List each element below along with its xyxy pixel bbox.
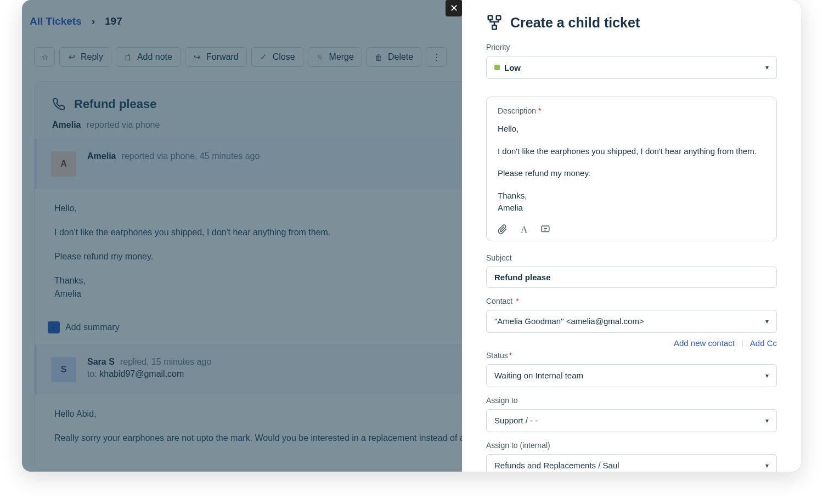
chevron-down-icon: ▾ — [765, 462, 769, 469]
assign-to-label: Assign to — [486, 396, 777, 405]
add-new-contact-link[interactable]: Add new contact — [674, 338, 735, 348]
status-select[interactable]: Waiting on Internal team ▾ — [486, 364, 777, 387]
attach-icon[interactable] — [498, 224, 508, 235]
close-icon: ✕ — [450, 2, 458, 14]
subject-label: Subject — [486, 253, 777, 262]
add-cc-link[interactable]: Add Cc — [750, 338, 777, 348]
description-line: Please refund my money. — [498, 167, 765, 180]
description-line: Hello, — [498, 123, 765, 135]
panel-title-text: Create a child ticket — [510, 15, 640, 31]
chevron-down-icon: ▾ — [765, 318, 769, 325]
contact-select[interactable]: "Amelia Goodman" <amelia@gmal.com> ▾ — [486, 310, 777, 333]
chevron-down-icon: ▾ — [765, 372, 769, 380]
assign-internal-label: Assign to (internal) — [486, 441, 777, 450]
assign-to-value: Support / - - — [494, 416, 538, 425]
description-label: Description — [498, 106, 536, 115]
subject-input[interactable] — [486, 267, 777, 288]
canned-response-icon[interactable] — [540, 224, 550, 235]
child-ticket-icon — [486, 14, 503, 31]
priority-select[interactable]: Low ▾ — [486, 56, 777, 79]
priority-dot-icon — [494, 65, 500, 70]
svg-rect-1 — [497, 16, 501, 20]
description-line: Thanks, — [498, 190, 765, 202]
assign-to-select[interactable]: Support / - - ▾ — [486, 409, 777, 432]
priority-value: Low — [504, 63, 521, 72]
svg-rect-2 — [492, 25, 497, 30]
child-ticket-panel: Create a child ticket Priority Low ▾ Des… — [462, 0, 801, 472]
assign-internal-select[interactable]: Refunds and Replacements / Saul ▾ — [486, 454, 777, 472]
chevron-down-icon: ▾ — [765, 64, 769, 71]
priority-label: Priority — [486, 43, 777, 52]
description-line: Amelia — [498, 202, 765, 214]
description-line: I don't like the earphones you shipped, … — [498, 145, 765, 158]
contact-value: "Amelia Goodman" <amelia@gmal.com> — [494, 316, 644, 326]
description-editor[interactable]: Description * Hello, I don't like the ea… — [486, 97, 777, 241]
chevron-down-icon: ▾ — [765, 417, 769, 424]
status-label: Status — [486, 351, 508, 360]
contact-label: Contact — [486, 297, 512, 305]
text-format-icon[interactable]: A — [521, 224, 527, 235]
svg-rect-0 — [488, 16, 493, 20]
assign-internal-value: Refunds and Replacements / Saul — [494, 461, 619, 470]
close-panel-button[interactable]: ✕ — [446, 0, 462, 16]
status-value: Waiting on Internal team — [494, 371, 583, 380]
